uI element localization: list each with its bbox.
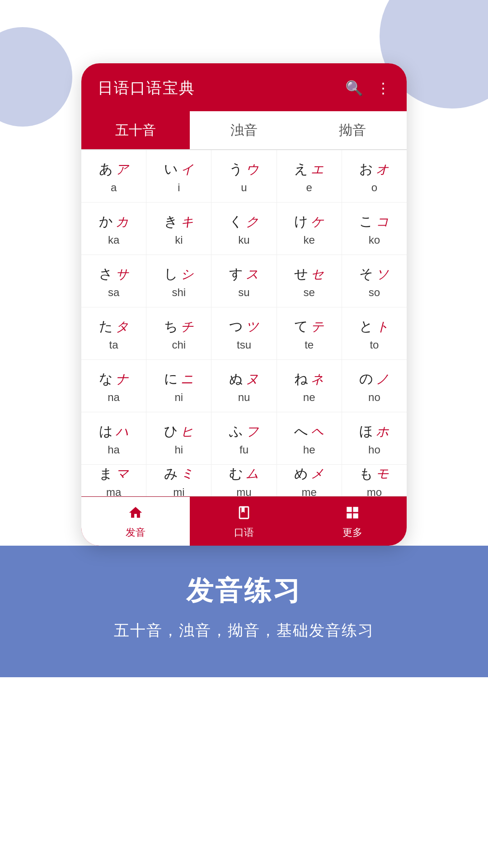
app-title: 日语口语宝典: [98, 78, 195, 99]
kana-cell-se[interactable]: せ セ se: [277, 255, 342, 307]
kana-cell-na[interactable]: な ナ na: [81, 360, 146, 412]
kana-cell-ha[interactable]: は ハ ha: [81, 412, 146, 464]
kana-cell-ho[interactable]: ほ ホ ho: [342, 412, 407, 464]
phone-frame: 日语口语宝典 🔍 ⋮ 五十音 浊音 拗音 あ ア a: [81, 63, 407, 546]
kana-cell-he[interactable]: へ ヘ he: [277, 412, 342, 464]
kana-row-ha: は ハ ha ひ ヒ hi ふ フ fu: [81, 412, 407, 465]
kana-cell-mo[interactable]: も モ mo: [342, 465, 407, 496]
kana-row-ma: ま マ ma み ミ mi む ム mu: [81, 465, 407, 496]
kana-grid: あ ア a い イ i う ウ u え: [81, 150, 407, 496]
kana-row-ta: た タ ta ち チ chi つ ツ tsu: [81, 307, 407, 360]
tabs-row: 五十音 浊音 拗音: [81, 111, 407, 150]
kana-cell-so[interactable]: そ ソ so: [342, 255, 407, 307]
nav-label-more: 更多: [343, 526, 362, 539]
kana-cell-mi[interactable]: み ミ mi: [146, 465, 211, 496]
nav-label-spoken: 口语: [234, 526, 254, 539]
kana-cell-e[interactable]: え エ e: [277, 150, 342, 202]
kana-cell-ma[interactable]: ま マ ma: [81, 465, 146, 496]
promo-title: 发音练习: [18, 573, 470, 609]
kana-cell-u[interactable]: う ウ u: [211, 150, 277, 202]
kana-cell-me[interactable]: め メ me: [277, 465, 342, 496]
nav-item-more[interactable]: 更多: [298, 497, 407, 546]
nav-item-spoken[interactable]: 口语: [190, 497, 298, 546]
kana-cell-sa[interactable]: さ サ sa: [81, 255, 146, 307]
kana-cell-ke[interactable]: け ケ ke: [277, 203, 342, 255]
kana-cell-su[interactable]: す ス su: [211, 255, 277, 307]
kana-cell-o[interactable]: お オ o: [342, 150, 407, 202]
kana-cell-a[interactable]: あ ア a: [81, 150, 146, 202]
grid-icon: [345, 505, 360, 524]
kana-cell-ko[interactable]: こ コ ko: [342, 203, 407, 255]
kana-cell-ne[interactable]: ね ネ ne: [277, 360, 342, 412]
kana-cell-nu[interactable]: ぬ ヌ nu: [211, 360, 277, 412]
book-icon: [236, 505, 252, 524]
nav-item-pronunciation[interactable]: 发音: [81, 497, 190, 546]
kana-cell-fu[interactable]: ふ フ fu: [211, 412, 277, 464]
kana-cell-chi[interactable]: ち チ chi: [146, 307, 211, 359]
promo-section: 发音练习 五十音，浊音，拗音，基础发音练习: [0, 546, 488, 677]
kana-row-a: あ ア a い イ i う ウ u え: [81, 150, 407, 203]
tab-dakuon[interactable]: 浊音: [190, 111, 298, 149]
menu-icon[interactable]: ⋮: [376, 80, 390, 97]
promo-subtitle: 五十音，浊音，拗音，基础发音练习: [18, 620, 470, 641]
kana-cell-ki[interactable]: き キ ki: [146, 203, 211, 255]
kana-row-sa: さ サ sa し シ shi す ス su: [81, 255, 407, 307]
kana-cell-no[interactable]: の ノ no: [342, 360, 407, 412]
header-icons: 🔍 ⋮: [345, 80, 390, 97]
tab-gojuuon[interactable]: 五十音: [81, 111, 190, 149]
search-icon[interactable]: 🔍: [345, 80, 363, 97]
app-header: 日语口语宝典 🔍 ⋮: [81, 63, 407, 111]
kana-cell-ka[interactable]: か カ ka: [81, 203, 146, 255]
kana-cell-ku[interactable]: く ク ku: [211, 203, 277, 255]
kana-cell-te[interactable]: て テ te: [277, 307, 342, 359]
kana-cell-ta[interactable]: た タ ta: [81, 307, 146, 359]
kana-cell-hi[interactable]: ひ ヒ hi: [146, 412, 211, 464]
bg-decoration-left: [0, 27, 72, 127]
nav-label-pronunciation: 发音: [126, 526, 145, 539]
kana-cell-tsu[interactable]: つ ツ tsu: [211, 307, 277, 359]
tab-youon[interactable]: 拗音: [298, 111, 407, 149]
kana-row-ka: か カ ka き キ ki く ク ku: [81, 203, 407, 255]
bottom-nav: 发音 口语 更多: [81, 496, 407, 546]
kana-row-na: な ナ na に ニ ni ぬ ヌ nu: [81, 360, 407, 412]
kana-cell-ni[interactable]: に ニ ni: [146, 360, 211, 412]
home-icon: [128, 505, 143, 524]
kana-cell-to[interactable]: と ト to: [342, 307, 407, 359]
kana-cell-i[interactable]: い イ i: [146, 150, 211, 202]
kana-cell-shi[interactable]: し シ shi: [146, 255, 211, 307]
kana-cell-mu[interactable]: む ム mu: [211, 465, 277, 496]
